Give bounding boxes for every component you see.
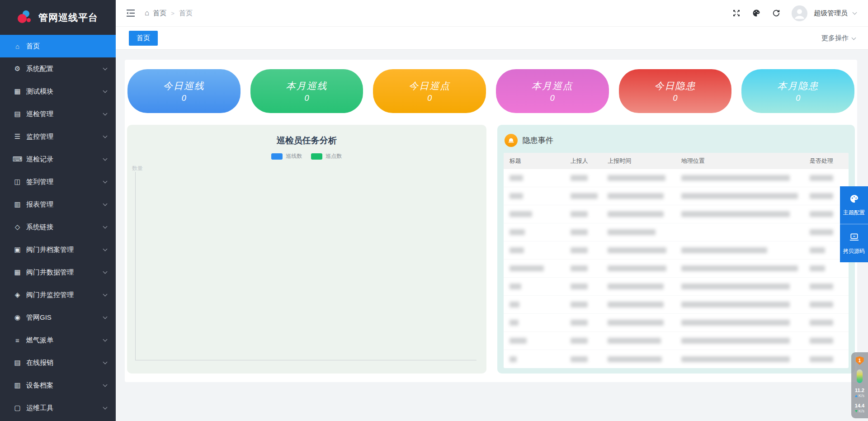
file-icon: ▥ bbox=[12, 381, 23, 389]
stat-card-3[interactable]: 本月巡点0 bbox=[496, 69, 609, 113]
main-area: ⌂ 首页 > 首页 bbox=[116, 0, 868, 421]
table-row[interactable] bbox=[504, 332, 849, 350]
stat-card-value: 0 bbox=[305, 94, 309, 103]
chevron-down-icon bbox=[103, 156, 108, 161]
sidebar-item-5[interactable]: ⌨巡检记录 bbox=[0, 148, 116, 170]
sidebar-item-12[interactable]: ◉管网GIS bbox=[0, 306, 116, 329]
sidebar-item-2[interactable]: ▦测试模块 bbox=[0, 80, 116, 103]
chevron-down-icon bbox=[103, 89, 108, 93]
stat-card-1[interactable]: 本月巡线0 bbox=[250, 69, 363, 113]
stat-card-4[interactable]: 今日隐患0 bbox=[619, 69, 732, 113]
stat-card-label: 本月巡线 bbox=[286, 80, 328, 92]
sidebar: 管网巡线平台 ⌂首页⚙系统配置▦测试模块▤巡检管理☰监控管理⌨巡检记录◫签到管理… bbox=[0, 0, 116, 421]
table-cell-redacted bbox=[804, 320, 849, 326]
sidebar-item-label: 系统链接 bbox=[26, 223, 104, 232]
breadcrumb-home-link[interactable]: 首页 bbox=[153, 9, 166, 18]
stat-card-5[interactable]: 本月隐患0 bbox=[741, 69, 854, 113]
sidebar-item-13[interactable]: ≡燃气派单 bbox=[0, 329, 116, 351]
download-speed: 14.4 K/s bbox=[855, 403, 864, 414]
sidebar-item-label: 阀门井数据管理 bbox=[26, 268, 104, 277]
table-row[interactable] bbox=[504, 187, 849, 205]
legend-item[interactable]: 巡点数 bbox=[311, 152, 342, 160]
stat-card-label: 今日巡线 bbox=[163, 80, 205, 92]
table-row[interactable] bbox=[504, 350, 849, 368]
stat-card-0[interactable]: 今日巡线0 bbox=[127, 69, 241, 113]
inspector-task-chart-panel: 巡检员任务分析 巡线数巡点数 数量 bbox=[127, 125, 486, 374]
float-button-1[interactable]: 拷贝源码 bbox=[840, 224, 868, 262]
sidebar-item-11[interactable]: ◈阀门井监控管理 bbox=[0, 284, 116, 306]
sidebar-item-16[interactable]: ▢运维工具 bbox=[0, 397, 116, 419]
sidebar-item-8[interactable]: ◇系统链接 bbox=[0, 216, 116, 238]
table-cell-redacted bbox=[804, 338, 849, 344]
hazard-events-panel: 隐患事件 标题上报人上报时间地理位置是否处理 bbox=[497, 125, 855, 374]
stat-card-label: 本月巡点 bbox=[532, 80, 573, 92]
chevron-down-icon bbox=[103, 292, 108, 297]
float-button-0[interactable]: 主题配置 bbox=[840, 186, 868, 224]
upload-unit: K/s bbox=[859, 393, 864, 398]
sidebar-item-3[interactable]: ▤巡检管理 bbox=[0, 103, 116, 125]
arrow-up-icon bbox=[855, 395, 858, 397]
palette-icon[interactable] bbox=[752, 9, 761, 18]
stat-card-value: 0 bbox=[550, 94, 555, 103]
stat-card-2[interactable]: 今日巡点0 bbox=[373, 69, 486, 113]
sidebar-item-7[interactable]: ▥报表管理 bbox=[0, 193, 116, 216]
sidebar-item-15[interactable]: ▥设备档案 bbox=[0, 374, 116, 397]
column-header-3: 地理位置 bbox=[675, 157, 804, 165]
legend-swatch bbox=[311, 153, 322, 160]
table-cell-redacted bbox=[565, 175, 602, 181]
legend-item[interactable]: 巡线数 bbox=[271, 152, 302, 160]
table-cell-redacted bbox=[565, 338, 602, 344]
table-row[interactable] bbox=[504, 278, 849, 296]
app-logo[interactable]: 管网巡线平台 bbox=[0, 0, 116, 35]
table-cell-redacted bbox=[602, 211, 675, 217]
chevron-down-icon bbox=[103, 270, 108, 274]
home-icon: ⌂ bbox=[12, 43, 23, 50]
chevron-down-icon bbox=[103, 66, 108, 71]
user-menu-chevron-icon[interactable] bbox=[853, 10, 857, 15]
chevron-down-icon bbox=[103, 383, 108, 387]
more-actions-button[interactable]: 更多操作 bbox=[821, 34, 855, 43]
user-name[interactable]: 超级管理员 bbox=[814, 9, 848, 18]
avatar[interactable] bbox=[792, 5, 807, 21]
table-cell-redacted bbox=[675, 247, 804, 253]
menu-fold-icon[interactable] bbox=[126, 9, 135, 17]
table-row[interactable] bbox=[504, 241, 849, 260]
sidebar-item-10[interactable]: ▦阀门井数据管理 bbox=[0, 261, 116, 284]
table-cell-redacted bbox=[504, 211, 565, 217]
sidebar-item-14[interactable]: ▤在线报销 bbox=[0, 351, 116, 374]
breadcrumb-current: 首页 bbox=[179, 9, 193, 18]
table-row[interactable] bbox=[504, 169, 849, 187]
stat-card-value: 0 bbox=[673, 94, 678, 103]
sidebar-item-6[interactable]: ◫签到管理 bbox=[0, 170, 116, 193]
fullscreen-icon[interactable] bbox=[732, 9, 741, 18]
table-cell-redacted bbox=[565, 229, 602, 235]
sidebar-item-0[interactable]: ⌂首页 bbox=[0, 35, 116, 57]
sidebar-item-label: 首页 bbox=[26, 42, 107, 51]
home-icon[interactable]: ⌂ bbox=[145, 9, 149, 18]
refresh-icon[interactable] bbox=[772, 9, 781, 18]
cube-icon: ◇ bbox=[12, 223, 23, 231]
palette-icon bbox=[849, 194, 859, 205]
table-row[interactable] bbox=[504, 296, 849, 314]
sidebar-item-4[interactable]: ☰监控管理 bbox=[0, 125, 116, 148]
table-cell-redacted bbox=[565, 265, 602, 271]
monitor-list-icon: ☰ bbox=[12, 132, 23, 141]
topbar-actions: 超级管理员 bbox=[732, 5, 856, 21]
box-icon: ◈ bbox=[12, 291, 23, 299]
column-header-0: 标题 bbox=[504, 157, 565, 165]
tab-home[interactable]: 首页 bbox=[129, 31, 158, 46]
net-speed-widget: 1 11.2 K/s 14.4 K/s bbox=[851, 352, 868, 418]
table-cell-redacted bbox=[504, 284, 565, 289]
alarm-icon bbox=[505, 134, 518, 147]
sidebar-item-1[interactable]: ⚙系统配置 bbox=[0, 57, 116, 80]
shield-badge-icon[interactable]: 1 bbox=[856, 356, 864, 365]
hazard-panel-title: 隐患事件 bbox=[523, 135, 553, 146]
table-row[interactable] bbox=[504, 314, 849, 332]
table-row[interactable] bbox=[504, 205, 849, 223]
download-unit: K/s bbox=[859, 409, 864, 414]
table-row[interactable] bbox=[504, 260, 849, 278]
table-row[interactable] bbox=[504, 223, 849, 241]
chevron-down-icon bbox=[103, 405, 108, 410]
chevron-down-icon bbox=[103, 224, 108, 229]
sidebar-item-9[interactable]: ▣阀门井档案管理 bbox=[0, 238, 116, 261]
